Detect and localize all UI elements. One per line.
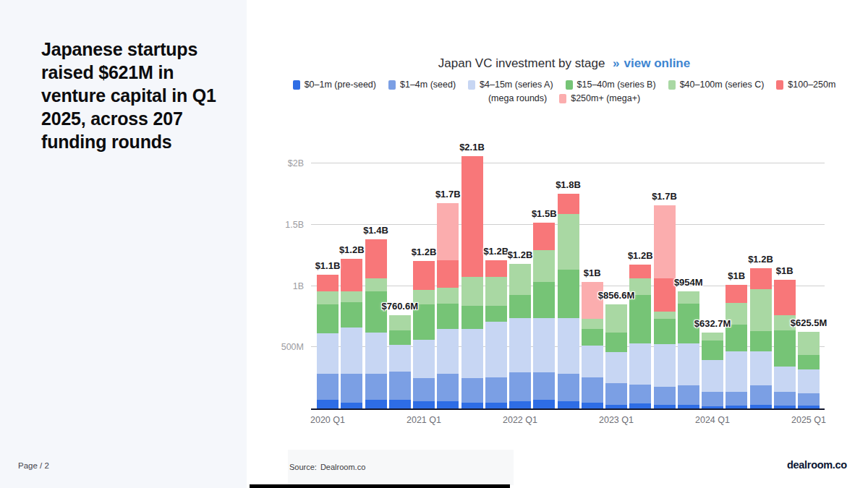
bar [702,333,723,408]
bar-segment [413,340,435,378]
chart-title-row: Japan VC investment by stage »view onlin… [289,56,839,71]
bar-segment [629,265,651,278]
bar-segment [654,319,676,344]
bar-segment [750,351,772,385]
bar-segment [558,401,579,408]
legend-label: $0–1m (pre-seed) [305,80,376,90]
bar-segment [533,372,555,400]
bar-total-label: $1.2B [319,244,384,255]
bar-segment [389,330,411,345]
bar-total-label: $1.2B [728,254,793,265]
legend-row: (mega rounds)$250m+ (mega+) [488,93,640,103]
headline: Japanese startups raised $621M in ventur… [41,38,216,153]
legend-swatch-icon [668,80,676,90]
bar-segment [558,214,579,270]
bar-segment [509,295,531,318]
legend-item: $250m+ (mega+) [559,93,640,103]
bar-segment [774,367,796,392]
legend-swatch-icon [388,80,396,90]
bar-segment [629,295,651,343]
source-label: Source: [289,463,317,471]
bar [317,275,339,408]
bar-segment [413,401,435,408]
bar-segment [798,369,820,393]
bar-segment [533,223,555,250]
x-tick-label: 2025 Q1 [780,415,838,425]
bar-segment [629,385,651,404]
bar-segment [558,374,579,401]
bar [750,268,772,408]
bar-segment [654,205,676,278]
x-tick-label: 2021 Q1 [395,415,453,425]
bar-segment [389,345,411,372]
legend-swatch-icon [566,80,573,90]
bar-segment [678,385,699,405]
bar-segment [702,341,723,360]
bar-segment [774,330,796,367]
bar-segment [317,400,339,408]
bar-total-label: $632.7M [680,318,745,329]
view-online-link[interactable]: »view online [613,56,690,70]
bar-segment [726,285,747,303]
bar-segment [774,280,796,314]
bar-total-label: $1.2B [391,247,456,257]
legend-item: $4–15m (series A) [468,80,553,90]
bar-segment [750,289,772,331]
y-tick-label: 500M [255,342,304,352]
legend-item: $1–4m (seed) [388,80,456,90]
bar-segment [365,374,387,401]
bar-segment [365,400,387,408]
source-note: Source:Dealroom.co [289,463,365,471]
bar-segment [558,318,579,374]
slide: Japanese startups raised $621M in ventur… [0,0,868,488]
legend-item: (mega rounds) [488,93,547,103]
bar-segment [750,385,772,405]
legend-label: (mega rounds) [488,93,547,103]
plot-area: $2B1.5B1B500M$1.1B$1.2B$1.4B$760.6M$1.2B… [311,137,825,408]
bar [389,315,411,408]
bar-segment [582,377,603,403]
bar [774,280,796,408]
bar-segment [461,306,483,329]
bar-segment [341,328,362,373]
x-tick-label: 2024 Q1 [684,415,741,425]
legend-swatch-icon [468,80,475,90]
bar-total-label: $1B [560,267,625,278]
legend-label: $15–40m (series B) [577,80,656,90]
bar-segment [485,377,507,403]
bar-total-label: $1.1B [295,260,360,271]
x-tick-label: 2023 Q1 [587,415,645,425]
bar-segment [678,343,699,385]
bar-total-label: $760.6M [367,301,433,312]
legend-label: $40–100m (series C) [680,80,765,90]
bar-segment [413,261,435,290]
page-number: Page / 2 [18,461,49,470]
bar-segment [437,288,459,304]
bar-segment [461,277,483,306]
bottom-bar [250,484,510,488]
bar-segment [317,333,339,373]
legend-item: $100–250m [776,80,835,90]
legend-label: $1–4m (seed) [400,80,456,90]
bar-segment [605,352,627,383]
bar-segment [605,304,627,332]
bar-segment [533,318,555,372]
bar-segment [485,322,507,377]
legend-swatch-icon [293,80,300,90]
bar-total-label: $1.5B [511,208,576,219]
bar [509,264,531,408]
bar-segment [774,392,796,405]
bar-segment [317,291,339,304]
legend-row: $0–1m (pre-seed)$1–4m (seed)$4–15m (seri… [293,80,836,90]
bar-segment [437,260,459,288]
bar-segment [485,277,507,306]
bar-segment [437,304,459,329]
bar-segment [509,264,531,295]
bar-segment [509,401,531,408]
bar-segment [509,318,531,372]
bar-total-label: $1.7B [415,189,480,200]
legend-swatch-icon [776,80,783,90]
bar-segment [437,374,459,401]
bar [629,265,651,408]
bar-segment [654,387,676,405]
